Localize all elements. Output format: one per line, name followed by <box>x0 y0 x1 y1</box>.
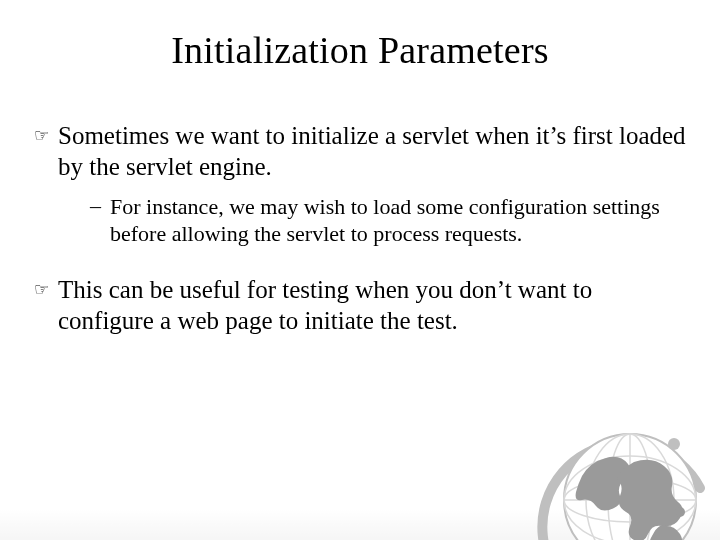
bullet-text: Sometimes we want to initialize a servle… <box>58 120 686 183</box>
slide-title: Initialization Parameters <box>0 28 720 72</box>
svg-point-10 <box>668 438 680 450</box>
svg-point-2 <box>564 478 696 522</box>
dash-icon: – <box>90 193 110 219</box>
svg-point-5 <box>586 434 674 540</box>
pointing-hand-icon: ☞ <box>34 122 58 150</box>
svg-point-1 <box>564 434 696 540</box>
bottom-gradient <box>0 508 720 540</box>
svg-point-8 <box>675 507 685 517</box>
bullet-item: ☞ Sometimes we want to initialize a serv… <box>34 120 686 183</box>
slide-body: ☞ Sometimes we want to initialize a serv… <box>0 120 720 336</box>
globe-icon <box>522 408 712 540</box>
bullet-item: ☞ This can be useful for testing when yo… <box>34 274 686 337</box>
pointing-hand-icon: ☞ <box>34 276 58 304</box>
slide: Initialization Parameters ☞ Sometimes we… <box>0 28 720 540</box>
svg-point-3 <box>564 456 696 540</box>
sub-bullet-text: For instance, we may wish to load some c… <box>110 193 686 248</box>
svg-point-4 <box>608 434 652 540</box>
sub-bullet-item: – For instance, we may wish to load some… <box>90 193 686 248</box>
bullet-text: This can be useful for testing when you … <box>58 274 686 337</box>
